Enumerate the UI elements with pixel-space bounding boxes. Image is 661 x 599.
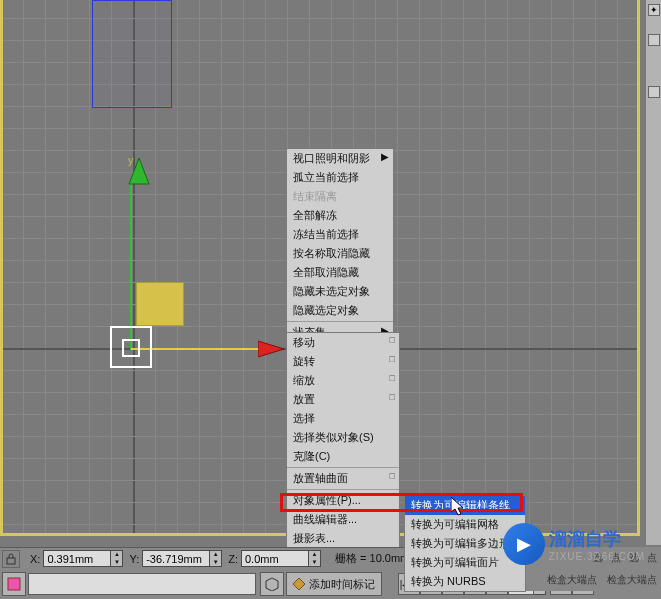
lock-icon	[5, 553, 17, 565]
lock-selection-button[interactable]	[2, 550, 20, 568]
svg-rect-4	[8, 578, 20, 590]
y-coord-input[interactable]: -36.719mm	[142, 550, 210, 567]
svg-marker-0	[129, 158, 149, 184]
y-spinner[interactable]: ▲▼	[210, 550, 222, 567]
menu-unfreeze-all[interactable]: 全部解冻	[287, 206, 393, 225]
selected-object[interactable]	[92, 0, 172, 108]
menu-item-label: 结束隔离	[293, 190, 337, 202]
menu-item-label: 选择类似对象(S)	[293, 431, 374, 443]
marker-icon	[293, 578, 305, 590]
menu-item-label: 冻结当前选择	[293, 228, 359, 240]
grid-label: 栅格 = 10.0mm	[335, 551, 409, 566]
menu-separator	[287, 321, 393, 322]
menu-item-label: 对象属性(P)...	[293, 494, 361, 506]
status-text: 选	[629, 551, 639, 565]
menu-item-label: 孤立当前选择	[293, 171, 359, 183]
y-label: Y:	[129, 553, 139, 565]
xy-plane-handle[interactable]	[136, 282, 184, 326]
menu-select[interactable]: 选择	[287, 409, 399, 428]
menu-item-label: 转换为可编辑网格	[411, 518, 499, 530]
submenu-arrow-icon: ▶	[381, 151, 389, 162]
menu-unhide-all[interactable]: 全部取消隐藏	[287, 263, 393, 282]
down-arrow-icon: ▼	[111, 559, 122, 567]
menu-rotate[interactable]: 旋转□	[287, 352, 399, 371]
menu-unhide-by-name[interactable]: 按名称取消隐藏	[287, 244, 393, 263]
down-arrow-icon: ▼	[309, 559, 320, 567]
menu-select-similar[interactable]: 选择类似对象(S)	[287, 428, 399, 447]
menu-item-label: 转换为可编辑多边形	[411, 537, 510, 549]
maxscript-listener-button[interactable]	[2, 572, 26, 596]
status-text: 选	[593, 551, 603, 565]
isolate-toggle-button[interactable]	[260, 572, 284, 596]
svg-marker-1	[258, 341, 284, 357]
submenu-editable-poly[interactable]: 转换为可编辑多边形	[405, 534, 525, 553]
menu-item-label: 摄影表...	[293, 532, 335, 544]
check-icon: □	[390, 354, 395, 364]
z-coord-input[interactable]: 0.0mm	[241, 550, 309, 567]
menu-isolate-selection[interactable]: 孤立当前选择	[287, 168, 393, 187]
menu-hide-unselected[interactable]: 隐藏未选定对象	[287, 282, 393, 301]
menu-place[interactable]: 放置□	[287, 390, 399, 409]
move-gizmo[interactable]: y	[131, 150, 291, 350]
menu-viewport-lighting[interactable]: 视口照明和阴影 ▶	[287, 149, 393, 168]
svg-rect-3	[7, 558, 15, 564]
add-time-marker-button[interactable]: 添加时间标记	[286, 572, 382, 596]
check-icon: □	[390, 373, 395, 383]
up-arrow-icon: ▲	[309, 551, 320, 559]
menu-item-label: 缩放	[293, 374, 315, 386]
status-text: 点	[611, 551, 621, 565]
submenu-editable-spline[interactable]: 转换为可编辑样条线	[405, 496, 525, 515]
menu-curve-editor[interactable]: 曲线编辑器...	[287, 510, 399, 529]
menu-item-label: 选择	[293, 412, 315, 424]
menu-dope-sheet[interactable]: 摄影表...	[287, 529, 399, 548]
status-text: 检盒大端点	[607, 573, 657, 587]
right-panel-edge: ✦	[645, 0, 661, 545]
panel-toggle-2[interactable]	[648, 34, 660, 46]
menu-place-pivot-surface[interactable]: 放置轴曲面□	[287, 469, 399, 488]
svg-marker-5	[266, 578, 278, 591]
check-icon: □	[390, 335, 395, 345]
script-input[interactable]	[28, 573, 256, 595]
menu-clone[interactable]: 克隆(C)	[287, 447, 399, 466]
panel-toggle-3[interactable]	[648, 86, 660, 98]
z-label: Z:	[228, 553, 238, 565]
status-text: 检盒大端点	[547, 573, 597, 587]
z-spinner[interactable]: ▲▼	[309, 550, 321, 567]
menu-item-label: 旋转	[293, 355, 315, 367]
convert-to-submenu[interactable]: 转换为可编辑样条线 转换为可编辑网格 转换为可编辑多边形 转换为可编辑面片 转换…	[404, 495, 526, 592]
up-arrow-icon: ▲	[111, 551, 122, 559]
x-spinner[interactable]: ▲▼	[111, 550, 123, 567]
menu-object-properties[interactable]: 对象属性(P)...	[287, 491, 399, 510]
menu-item-label: 克隆(C)	[293, 450, 330, 462]
down-arrow-icon: ▼	[210, 559, 221, 567]
menu-hide-selection[interactable]: 隐藏选定对象	[287, 301, 393, 320]
menu-item-label: 全部取消隐藏	[293, 266, 359, 278]
menu-item-label: 曲线编辑器...	[293, 513, 357, 525]
coord-value: -36.719mm	[146, 553, 202, 565]
status-text: 点	[647, 551, 657, 565]
y-axis-arrow-icon	[127, 158, 151, 188]
menu-item-label: 全部解冻	[293, 209, 337, 221]
menu-item-label: 转换为可编辑样条线	[411, 499, 510, 511]
panel-toggle-1[interactable]: ✦	[648, 4, 660, 16]
menu-item-label: 按名称取消隐藏	[293, 247, 370, 259]
menu-item-label: 放置	[293, 393, 315, 405]
y-axis-line	[130, 180, 132, 350]
menu-item-label: 隐藏未选定对象	[293, 285, 370, 297]
menu-item-label: 视口照明和阴影	[293, 152, 370, 164]
submenu-nurbs[interactable]: 转换为 NURBS	[405, 572, 525, 591]
up-arrow-icon: ▲	[210, 551, 221, 559]
submenu-editable-mesh[interactable]: 转换为可编辑网格	[405, 515, 525, 534]
menu-scale[interactable]: 缩放□	[287, 371, 399, 390]
right-status-labels: 选 点 选 点 检盒大端点 检盒大端点	[511, 547, 661, 591]
check-icon: □	[390, 471, 395, 481]
menu-freeze-selection[interactable]: 冻结当前选择	[287, 225, 393, 244]
menu-item-label: 转换为可编辑面片	[411, 556, 499, 568]
menu-move[interactable]: 移动□	[287, 333, 399, 352]
menu-end-isolate: 结束隔离	[287, 187, 393, 206]
menu-item-label: 隐藏选定对象	[293, 304, 359, 316]
x-coord-input[interactable]: 0.391mm	[43, 550, 111, 567]
check-icon: □	[390, 392, 395, 402]
menu-item-label: 转换为 NURBS	[411, 575, 486, 587]
submenu-editable-patch[interactable]: 转换为可编辑面片	[405, 553, 525, 572]
